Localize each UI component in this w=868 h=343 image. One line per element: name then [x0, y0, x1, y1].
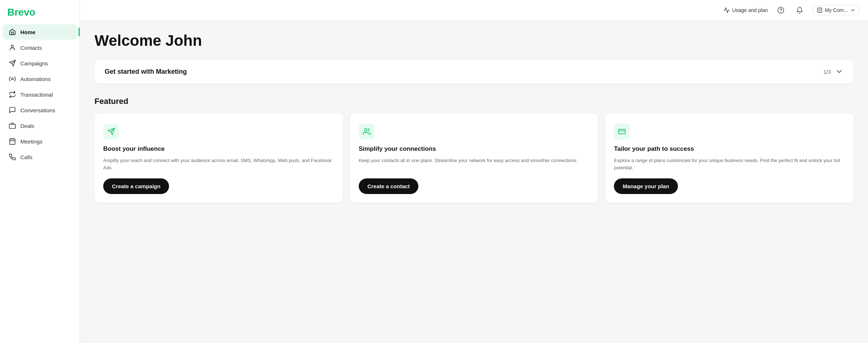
- sidebar-item-label: Meetings: [20, 138, 43, 145]
- help-button[interactable]: [775, 4, 787, 16]
- help-icon: [777, 7, 784, 14]
- activity-icon: [723, 7, 730, 13]
- conversations-icon: [9, 106, 16, 114]
- notifications-button[interactable]: [794, 4, 805, 16]
- chevron-down-icon: [850, 8, 855, 13]
- sidebar-item-home[interactable]: Home: [3, 24, 77, 40]
- tailor-title: Tailor your path to success: [614, 145, 845, 153]
- sidebar-item-calls[interactable]: Calls: [3, 149, 77, 165]
- tailor-button[interactable]: Manage your plan: [614, 178, 678, 194]
- sidebar-item-label: Conversations: [20, 107, 55, 113]
- boost-desc: Amplify your reach and connect with your…: [103, 157, 334, 171]
- welcome-title: Welcome John: [95, 32, 853, 49]
- sidebar-item-label: Home: [20, 29, 36, 35]
- building-icon: [817, 7, 823, 13]
- svg-point-14: [364, 129, 367, 131]
- svg-point-3: [12, 78, 13, 80]
- bell-icon: [796, 7, 803, 14]
- get-started-right: 1/3: [823, 68, 843, 76]
- sidebar-item-meetings[interactable]: Meetings: [3, 134, 77, 149]
- svg-rect-15: [619, 129, 625, 134]
- featured-card-simplify: Simplify your connections Keep your cont…: [350, 113, 598, 203]
- featured-section: Featured Boost your influence Amplify yo…: [95, 97, 853, 203]
- deals-icon: [9, 122, 16, 129]
- usage-and-plan-button[interactable]: Usage and plan: [723, 7, 768, 13]
- boost-title: Boost your influence: [103, 145, 334, 153]
- svg-rect-4: [9, 124, 16, 129]
- tailor-icon-wrap: [614, 124, 630, 140]
- get-started-chevron-icon: [835, 68, 843, 76]
- sidebar-item-deals[interactable]: Deals: [3, 118, 77, 133]
- sidebar-item-label: Calls: [20, 154, 32, 160]
- simplify-title: Simplify your connections: [359, 145, 590, 153]
- get-started-progress: 1/3: [823, 69, 831, 75]
- boost-button[interactable]: Create a campaign: [103, 178, 169, 194]
- sidebar: Brevo Home Contacts Campaigns Automation…: [0, 0, 80, 343]
- home-icon: [9, 28, 16, 36]
- sidebar-item-automations[interactable]: Automations: [3, 71, 77, 86]
- sidebar-item-conversations[interactable]: Conversations: [3, 102, 77, 118]
- automations-icon: [9, 75, 16, 82]
- brevo-logo: Brevo: [7, 7, 72, 18]
- sidebar-item-label: Campaigns: [20, 60, 48, 66]
- contacts-icon: [9, 44, 16, 51]
- header: Usage and plan My Com...: [80, 0, 868, 20]
- sidebar-item-label: Contacts: [20, 45, 42, 51]
- sidebar-item-label: Automations: [20, 76, 51, 82]
- meetings-icon: [9, 138, 16, 145]
- sidebar-item-label: Deals: [20, 123, 34, 129]
- sidebar-item-transactional[interactable]: Transactional: [3, 87, 77, 102]
- boost-icon-wrap: [103, 124, 119, 140]
- sidebar-item-contacts[interactable]: Contacts: [3, 40, 77, 55]
- featured-grid: Boost your influence Amplify your reach …: [95, 113, 853, 203]
- featured-card-tailor: Tailor your path to success Explore a ra…: [605, 113, 853, 203]
- simplify-icon-wrap: [359, 124, 375, 140]
- campaigns-icon: [9, 60, 16, 67]
- svg-rect-5: [10, 139, 15, 144]
- company-selector[interactable]: My Com...: [813, 5, 859, 15]
- sidebar-item-campaigns[interactable]: Campaigns: [3, 56, 77, 71]
- logo-area: Brevo: [0, 0, 80, 24]
- main-area: Usage and plan My Com... Welcome John Ge…: [80, 0, 868, 343]
- svg-point-0: [11, 45, 14, 48]
- get-started-title: Get started with Marketing: [105, 68, 187, 76]
- sidebar-item-label: Transactional: [20, 92, 53, 98]
- transactional-icon: [9, 91, 16, 98]
- tailor-desc: Explore a range of plans customized for …: [614, 157, 845, 171]
- nav: Home Contacts Campaigns Automations Tran…: [0, 24, 80, 165]
- calls-icon: [9, 153, 16, 161]
- simplify-desc: Keep your contacts all in one place. Str…: [359, 157, 590, 171]
- featured-title: Featured: [95, 97, 853, 106]
- featured-card-boost: Boost your influence Amplify your reach …: [95, 113, 343, 203]
- get-started-card[interactable]: Get started with Marketing 1/3: [95, 60, 853, 84]
- simplify-button[interactable]: Create a contact: [359, 178, 419, 194]
- svg-rect-11: [817, 8, 822, 12]
- content-area: Welcome John Get started with Marketing …: [80, 20, 868, 343]
